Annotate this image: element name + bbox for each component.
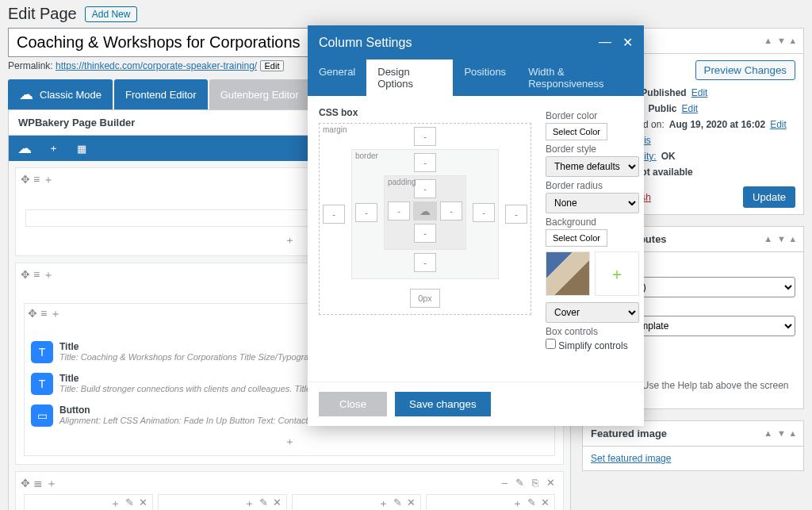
minimize-icon[interactable]: — bbox=[599, 35, 611, 50]
edit-status-link[interactable]: Edit bbox=[691, 87, 708, 98]
move-icon[interactable]: ✥ bbox=[28, 307, 37, 321]
permalink-label: Permalink: bbox=[8, 60, 53, 71]
border-left[interactable] bbox=[355, 203, 377, 222]
edit-icon[interactable]: ✎ bbox=[259, 497, 268, 510]
title-icon: T bbox=[31, 373, 53, 395]
copy-icon[interactable]: ⎘ bbox=[532, 477, 538, 489]
border-color-button[interactable]: Select Color bbox=[546, 123, 607, 140]
border-style-select[interactable]: Theme defaults bbox=[546, 156, 639, 177]
edit-date-link[interactable]: Edit bbox=[770, 119, 787, 130]
delete-icon[interactable]: ✕ bbox=[139, 497, 147, 510]
tab-gutenberg[interactable]: Gutenberg Editor bbox=[209, 79, 310, 109]
bg-color-button[interactable]: Select Color bbox=[546, 229, 607, 247]
padding-right[interactable] bbox=[440, 201, 462, 220]
edit-visibility-link[interactable]: Edit bbox=[681, 103, 698, 114]
title-icon: T bbox=[31, 341, 53, 363]
margin-top[interactable] bbox=[414, 127, 436, 146]
move-icon[interactable]: ✥ bbox=[21, 268, 30, 282]
delete-icon[interactable]: ✕ bbox=[541, 497, 550, 510]
tab-positions[interactable]: Positions bbox=[453, 59, 517, 96]
simplify-checkbox[interactable] bbox=[546, 339, 556, 349]
delete-icon[interactable]: ✕ bbox=[273, 497, 282, 510]
add-image-button[interactable]: ＋ bbox=[595, 251, 639, 296]
bg-size-select[interactable]: Cover bbox=[546, 302, 639, 323]
chevron-down-icon[interactable]: ▼ bbox=[777, 234, 786, 244]
section[interactable]: ✥ ≣ ＋ – ✎ ⎘ ✕ ＋✎✕ bbox=[15, 471, 564, 510]
add-icon[interactable]: ＋ bbox=[46, 477, 57, 491]
add-icon[interactable]: ＋ bbox=[244, 497, 255, 510]
dash-icon[interactable]: – bbox=[502, 477, 508, 489]
edit-icon[interactable]: ✎ bbox=[393, 497, 402, 510]
move-icon[interactable]: ✥ bbox=[21, 477, 30, 491]
border-radius-select[interactable]: None bbox=[546, 193, 639, 213]
permalink-url[interactable]: https://thinkedc.com/corporate-speaker-t… bbox=[56, 60, 257, 71]
tab-design[interactable]: Design Options bbox=[366, 59, 453, 96]
columns-icon[interactable]: ≣ bbox=[33, 477, 43, 491]
close-button[interactable]: Close bbox=[319, 392, 387, 416]
chevron-up-icon[interactable]: ▲ bbox=[764, 36, 772, 46]
padding-top[interactable] bbox=[414, 179, 436, 198]
edit-icon[interactable]: ✎ bbox=[515, 477, 524, 489]
template-icon[interactable]: ▦ bbox=[74, 140, 90, 156]
move-icon[interactable]: ✥ bbox=[21, 173, 30, 187]
border-top[interactable] bbox=[414, 153, 436, 172]
chevron-up-icon[interactable]: ▲ bbox=[764, 234, 772, 244]
modal-title: Column Settings bbox=[319, 36, 412, 50]
margin-left[interactable] bbox=[323, 205, 345, 224]
close-icon[interactable]: ✕ bbox=[622, 35, 633, 50]
chevron-up-icon[interactable]: ▲ bbox=[764, 428, 772, 439]
edit-icon[interactable]: ✎ bbox=[125, 497, 134, 510]
featured-title: Featured image bbox=[591, 428, 667, 439]
add-new-button[interactable]: Add New bbox=[85, 6, 138, 22]
columns-icon[interactable]: ≡ bbox=[40, 307, 47, 321]
toggle-icon[interactable]: ▴ bbox=[791, 234, 795, 244]
column-settings-modal: Column Settings — ✕ General Design Optio… bbox=[308, 25, 644, 426]
add-icon[interactable]: ＋ bbox=[512, 497, 523, 510]
delete-icon[interactable]: ✕ bbox=[407, 497, 416, 510]
save-button[interactable]: Save changes bbox=[395, 392, 490, 416]
bg-image-thumb[interactable] bbox=[546, 251, 590, 296]
padding-bottom[interactable] bbox=[414, 224, 436, 243]
columns-icon[interactable]: ≡ bbox=[33, 173, 40, 187]
tab-width[interactable]: Width & Responsiveness bbox=[517, 59, 644, 96]
content-icon: ☁ bbox=[413, 201, 437, 220]
add-icon[interactable]: ＋ bbox=[110, 497, 121, 510]
add-center-icon[interactable]: ＋ bbox=[28, 431, 551, 452]
border-right[interactable] bbox=[473, 203, 495, 222]
preview-button[interactable]: Preview Changes bbox=[695, 60, 795, 80]
padding-left[interactable] bbox=[388, 201, 410, 220]
border-bottom[interactable] bbox=[414, 253, 436, 272]
tab-general[interactable]: General bbox=[308, 59, 366, 96]
margin-bottom[interactable] bbox=[410, 289, 440, 308]
edit-icon[interactable]: ✎ bbox=[527, 497, 536, 510]
add-icon[interactable]: ＋ bbox=[50, 307, 61, 321]
set-featured-link[interactable]: Set featured image bbox=[591, 453, 671, 464]
columns-icon[interactable]: ≡ bbox=[33, 268, 40, 282]
chevron-down-icon[interactable]: ▼ bbox=[777, 428, 786, 439]
permalink-edit-button[interactable]: Edit bbox=[260, 60, 285, 71]
update-button[interactable]: Update bbox=[743, 186, 795, 208]
add-icon[interactable]: ＋ bbox=[378, 497, 389, 510]
add-icon[interactable]: ＋ bbox=[43, 268, 54, 282]
cloud-icon[interactable]: ☁ bbox=[17, 140, 33, 156]
add-icon[interactable]: ＋ bbox=[43, 173, 54, 187]
tab-frontend[interactable]: Frontend Editor bbox=[114, 79, 208, 109]
add-element-icon[interactable]: ＋ bbox=[45, 140, 61, 156]
cssbox-label: CSS box bbox=[319, 107, 531, 123]
toggle-icon[interactable]: ▴ bbox=[791, 428, 795, 439]
delete-icon[interactable]: ✕ bbox=[546, 477, 555, 489]
button-icon: ▭ bbox=[31, 405, 53, 427]
toggle-icon[interactable]: ▴ bbox=[791, 36, 795, 46]
margin-right[interactable] bbox=[505, 205, 527, 224]
cloud-icon: ☁ bbox=[19, 86, 33, 103]
chevron-down-icon[interactable]: ▼ bbox=[777, 36, 786, 46]
tab-classic[interactable]: ☁ Classic Mode bbox=[8, 79, 113, 109]
page-heading: Edit Page bbox=[8, 5, 77, 23]
